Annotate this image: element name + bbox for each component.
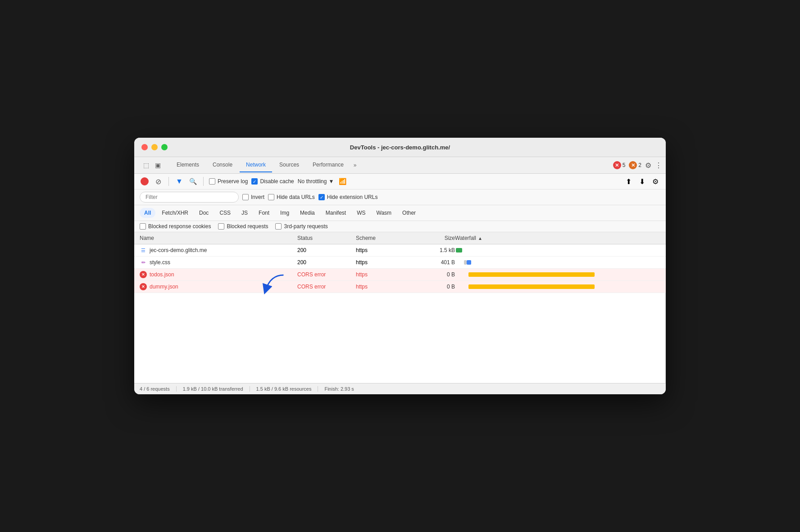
row-name-0: ☰ jec-cors-demo.glitch.me <box>140 247 297 254</box>
tab-console[interactable]: Console <box>206 158 239 172</box>
type-btn-font[interactable]: Font <box>254 208 274 218</box>
more-options-icon[interactable]: ⋮ <box>655 161 662 170</box>
third-party-requests-checkbox[interactable] <box>275 223 282 230</box>
col-status-header[interactable]: Status <box>297 235 356 241</box>
main-toolbar: ⊘ ▼ 🔍 Preserve log ✓ Disable cache No th… <box>134 174 666 189</box>
blocked-cookies-label[interactable]: Blocked response cookies <box>140 223 211 230</box>
tab-performance[interactable]: Performance <box>306 158 350 172</box>
col-name-header[interactable]: Name <box>140 235 297 241</box>
settings-icon[interactable]: ⚙ <box>645 161 651 170</box>
col-scheme-header[interactable]: Scheme <box>356 235 410 241</box>
table-row[interactable]: ✕ dummy.json CORS error https 0 B <box>134 281 666 293</box>
row-scheme-3: https <box>356 284 410 290</box>
row-name-2: ✕ todos.json <box>140 271 297 278</box>
row-waterfall-1 <box>455 259 660 266</box>
row-size-2: 0 B <box>410 271 455 278</box>
third-party-requests-label[interactable]: 3rd-party requests <box>275 223 327 230</box>
toolbar-divider-2 <box>203 177 204 186</box>
tabs-more-button[interactable]: » <box>351 158 359 172</box>
invert-checkbox[interactable] <box>242 194 249 200</box>
hide-extension-urls-checkbox[interactable]: ✓ <box>318 194 325 200</box>
preserve-log-label[interactable]: Preserve log <box>209 178 248 185</box>
error-count-orange: 2 <box>638 162 641 168</box>
filter-bar: Invert Hide data URLs ✓ Hide extension U… <box>134 189 666 205</box>
devtools-window: DevTools - jec-cors-demo.glitch.me/ ⬚ ▣ … <box>134 138 666 394</box>
window-title: DevTools - jec-cors-demo.glitch.me/ <box>350 144 450 151</box>
upload-icon[interactable]: ⬆ <box>623 176 633 186</box>
row-scheme-2: https <box>356 271 410 278</box>
row-waterfall-0 <box>455 247 660 254</box>
type-btn-other[interactable]: Other <box>398 208 420 218</box>
search-button[interactable]: 🔍 <box>188 176 198 186</box>
error-badge-red[interactable]: ✕ 5 <box>613 161 626 169</box>
doc-icon: ☰ <box>140 247 147 254</box>
row-status-3: CORS error <box>297 284 356 290</box>
status-transferred: 1.9 kB / 10.0 kB transferred <box>177 386 250 392</box>
hide-extension-urls-label[interactable]: ✓ Hide extension URLs <box>318 194 378 200</box>
type-btn-wasm[interactable]: Wasm <box>372 208 396 218</box>
type-btn-img[interactable]: Img <box>276 208 294 218</box>
error-icon-red: ✕ <box>613 161 621 169</box>
blocked-cookies-checkbox[interactable] <box>140 223 146 230</box>
col-waterfall-header[interactable]: Waterfall ▲ <box>455 235 660 241</box>
row-status-2: CORS error <box>297 271 356 278</box>
row-status-0: 200 <box>297 247 356 253</box>
table-row[interactable]: ✏ style.css 200 https 401 B <box>134 257 666 269</box>
tab-right: ✕ 5 ✕ 2 ⚙ ⋮ <box>613 161 662 170</box>
hide-data-urls-checkbox[interactable] <box>268 194 274 200</box>
traffic-lights <box>141 144 168 150</box>
type-btn-all[interactable]: All <box>140 208 155 218</box>
network-settings-icon[interactable]: ⚙ <box>650 176 660 186</box>
disable-cache-label[interactable]: ✓ Disable cache <box>251 178 294 185</box>
error-count-red: 5 <box>623 162 626 168</box>
inspect-icon[interactable]: ⬚ <box>141 161 150 170</box>
invert-label[interactable]: Invert <box>242 194 264 200</box>
type-btn-fetch-xhr[interactable]: Fetch/XHR <box>157 208 193 218</box>
network-table: Name Status Scheme Size Waterfall ▲ ☰ je… <box>134 232 666 383</box>
preserve-log-checkbox[interactable] <box>209 178 215 185</box>
type-btn-js[interactable]: JS <box>237 208 252 218</box>
table-row[interactable]: ✕ todos.json CORS error https 0 B <box>134 269 666 281</box>
filter-input[interactable] <box>140 192 239 203</box>
row-scheme-0: https <box>356 247 410 253</box>
tab-sources[interactable]: Sources <box>273 158 305 172</box>
type-btn-media[interactable]: Media <box>295 208 319 218</box>
tabs-bar: ⬚ ▣ Elements Console Network Sources Per… <box>134 157 666 174</box>
row-size-1: 401 B <box>410 259 455 266</box>
clear-button[interactable]: ⊘ <box>153 176 163 186</box>
minimize-button[interactable] <box>151 144 158 150</box>
blocked-requests-label[interactable]: Blocked requests <box>218 223 268 230</box>
type-btn-manifest[interactable]: Manifest <box>321 208 350 218</box>
type-btn-doc[interactable]: Doc <box>195 208 213 218</box>
type-btn-css[interactable]: CSS <box>215 208 235 218</box>
type-btn-ws[interactable]: WS <box>352 208 370 218</box>
type-filter-bar: All Fetch/XHR Doc CSS JS Font Img Media … <box>134 205 666 221</box>
table-body: ☰ jec-cors-demo.glitch.me 200 https 1.5 … <box>134 244 666 293</box>
device-icon[interactable]: ▣ <box>153 161 162 170</box>
tab-elements[interactable]: Elements <box>170 158 205 172</box>
wifi-settings-button[interactable]: 📶 <box>337 176 347 186</box>
error-badge-orange[interactable]: ✕ 2 <box>629 161 641 169</box>
row-name-3: ✕ dummy.json <box>140 283 297 290</box>
disable-cache-checkbox[interactable]: ✓ <box>251 178 258 185</box>
blocked-requests-checkbox[interactable] <box>218 223 224 230</box>
throttle-arrow-icon: ▼ <box>328 178 334 185</box>
close-button[interactable] <box>141 144 148 150</box>
row-status-1: 200 <box>297 259 356 266</box>
error-x-icon: ✕ <box>140 271 147 278</box>
filter-button[interactable]: ▼ <box>174 176 184 186</box>
toolbar-divider-1 <box>168 177 169 186</box>
row-name-1: ✏ style.css <box>140 259 297 266</box>
download-icon[interactable]: ⬇ <box>637 176 647 186</box>
hide-data-urls-label[interactable]: Hide data URLs <box>268 194 315 200</box>
col-size-header[interactable]: Size <box>410 235 455 241</box>
title-bar: DevTools - jec-cors-demo.glitch.me/ <box>134 138 666 157</box>
status-resources: 1.5 kB / 9.6 kB resources <box>250 386 318 392</box>
throttle-select[interactable]: No throttling ▼ <box>298 178 334 185</box>
status-bar: 4 / 6 requests 1.9 kB / 10.0 kB transfer… <box>134 383 666 394</box>
record-button[interactable] <box>140 176 150 186</box>
row-scheme-1: https <box>356 259 410 266</box>
table-row[interactable]: ☰ jec-cors-demo.glitch.me 200 https 1.5 … <box>134 244 666 257</box>
tab-network[interactable]: Network <box>240 158 272 172</box>
maximize-button[interactable] <box>161 144 168 150</box>
